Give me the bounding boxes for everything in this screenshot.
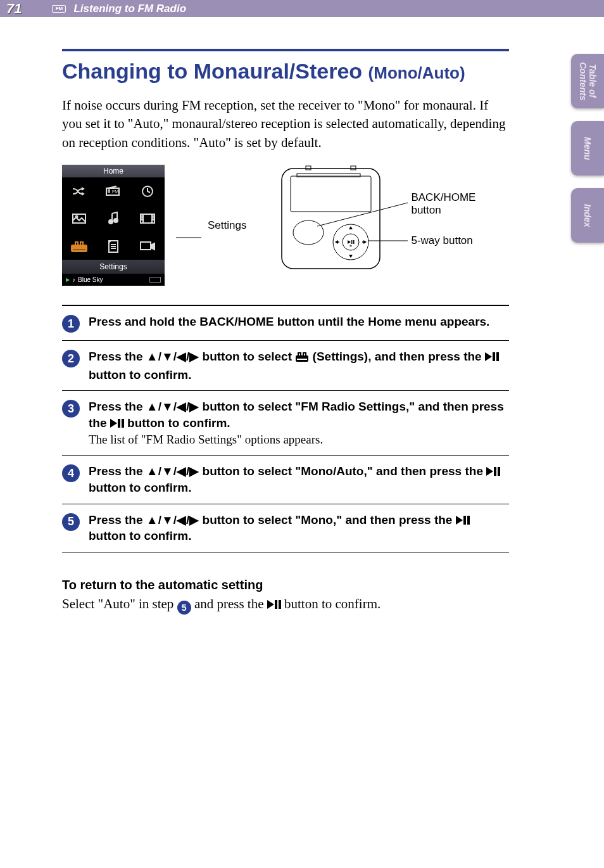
svg-point-16 xyxy=(293,220,324,245)
svg-rect-12 xyxy=(141,242,151,250)
svg-rect-26 xyxy=(351,166,356,170)
step-badge-5: 5 xyxy=(62,513,80,531)
note-icon: ♪ xyxy=(72,276,75,283)
nowplaying-icon xyxy=(130,233,165,260)
svg-rect-24 xyxy=(306,166,311,170)
step-2-pre: Press the xyxy=(89,350,146,363)
settings-callout-label: Settings xyxy=(208,219,246,232)
now-playing-title: Blue Sky xyxy=(78,276,103,283)
svg-point-22 xyxy=(338,241,339,243)
svg-rect-20 xyxy=(353,240,355,244)
music-icon xyxy=(96,205,130,233)
device-home-screen: Home FM Settings ▶ ♪ Blue Sky xyxy=(62,165,165,286)
video-icon xyxy=(130,205,165,233)
step-5: 5 Press the ▲/▼/◀/▶ button to select "Mo… xyxy=(62,504,509,552)
device-now-playing: ▶ ♪ Blue Sky xyxy=(62,274,165,286)
device-icon-grid: FM xyxy=(62,177,165,260)
five-way-callout: 5-way button xyxy=(411,234,487,247)
fm-icon: FM xyxy=(52,5,66,13)
step-2-arrows: ▲/▼/◀/▶ xyxy=(146,350,199,363)
step-2: 2 Press the ▲/▼/◀/▶ button to select (Se… xyxy=(62,340,509,390)
step-badge-4: 4 xyxy=(62,464,80,482)
step-2-after-icon: (Settings), and then press the xyxy=(309,350,485,363)
svg-rect-15 xyxy=(291,176,371,212)
step-3-note: The list of "FM Radio Settings" options … xyxy=(89,433,323,446)
device-settings-label: Settings xyxy=(62,260,165,274)
step-4-arrows: ▲/▼/◀/▶ xyxy=(146,464,199,478)
svg-rect-19 xyxy=(351,240,353,244)
play-pause-icon xyxy=(110,419,124,428)
svg-point-23 xyxy=(362,241,363,243)
step-badge-2: 2 xyxy=(62,350,80,367)
side-tab-menu[interactable]: Menu xyxy=(571,121,604,176)
svg-rect-10 xyxy=(73,249,85,250)
settings-icon xyxy=(62,233,96,260)
svg-rect-14 xyxy=(282,169,380,269)
intro-paragraph: If noise occurs during FM reception, set… xyxy=(62,96,509,152)
step-5-pre: Press the xyxy=(89,513,146,527)
steps-end-rule xyxy=(62,552,509,552)
step-badge-1: 1 xyxy=(62,315,80,333)
svg-rect-9 xyxy=(72,245,87,252)
return-mid: and press the xyxy=(191,596,267,611)
play-pause-icon xyxy=(456,516,470,525)
photo-icon xyxy=(62,205,96,233)
shuffle-icon xyxy=(62,177,96,205)
step-3-pre: Press the xyxy=(89,400,146,413)
device-home-bar: Home xyxy=(62,165,165,177)
battery-icon xyxy=(149,277,161,283)
page-header: 71 FM Listening to FM Radio xyxy=(0,0,604,17)
back-home-callout: BACK/HOME button xyxy=(411,191,487,216)
side-tab-index[interactable]: Index xyxy=(571,188,604,243)
return-text: Select "Auto" in step 5 and press the bu… xyxy=(62,596,509,615)
svg-line-27 xyxy=(317,203,408,226)
step-3-tail: button to confirm. xyxy=(124,416,230,430)
figures-row: Home FM Settings ▶ ♪ Blue Sky xyxy=(62,165,509,286)
playlist-icon xyxy=(96,233,130,260)
svg-rect-30 xyxy=(297,359,307,360)
step-5-tail: button to confirm. xyxy=(89,529,192,542)
step-4-tail: button to confirm. xyxy=(89,481,192,494)
step-3: 3 Press the ▲/▼/◀/▶ button to select "FM… xyxy=(62,390,509,455)
svg-point-3 xyxy=(76,216,78,218)
fm-radio-icon: FM xyxy=(96,177,130,205)
play-pause-icon xyxy=(267,600,281,609)
title-main: Changing to Monaural/Stereo xyxy=(62,59,368,83)
settings-leader-line xyxy=(176,165,201,285)
step-2-mid: button to select xyxy=(199,350,295,363)
title-rule xyxy=(62,49,509,51)
return-post: button to confirm. xyxy=(281,596,381,611)
play-pause-icon xyxy=(486,467,500,476)
step-4-mid: button to select "Mono/Auto," and then p… xyxy=(199,464,486,478)
svg-point-5 xyxy=(114,219,118,222)
return-heading: To return to the automatic setting xyxy=(62,578,509,592)
return-badge: 5 xyxy=(177,601,191,615)
step-2-tail: button to confirm. xyxy=(89,368,192,381)
step-4: 4 Press the ▲/▼/◀/▶ button to select "Mo… xyxy=(62,455,509,503)
toolbox-icon xyxy=(295,350,309,367)
play-indicator-icon: ▶ xyxy=(66,277,70,283)
side-tabs: Table of Contents Menu Index xyxy=(571,54,604,243)
step-1-text: Press and hold the BACK/HOME button unti… xyxy=(89,315,489,328)
step-badge-3: 3 xyxy=(62,400,80,418)
svg-text:FM: FM xyxy=(112,189,118,194)
return-pre: Select "Auto" in step xyxy=(62,596,177,611)
chapter-title: Listening to FM Radio xyxy=(73,3,186,15)
side-tab-toc[interactable]: Table of Contents xyxy=(571,54,604,108)
step-3-arrows: ▲/▼/◀/▶ xyxy=(146,400,199,413)
step-4-pre: Press the xyxy=(89,464,146,478)
step-5-arrows: ▲/▼/◀/▶ xyxy=(146,513,199,527)
play-pause-icon xyxy=(485,352,499,361)
title-subtitle: (Mono/Auto) xyxy=(368,63,465,82)
svg-point-4 xyxy=(109,220,113,224)
page-number: 71 xyxy=(6,1,22,17)
step-5-mid: button to select "Mono," and then press … xyxy=(199,513,455,527)
clock-icon xyxy=(130,177,165,205)
svg-point-21 xyxy=(350,245,351,246)
page-content: Changing to Monaural/Stereo (Mono/Auto) … xyxy=(0,17,604,640)
page-title: Changing to Monaural/Stereo (Mono/Auto) xyxy=(62,59,509,84)
step-1: 1 Press and hold the BACK/HOME button un… xyxy=(62,305,509,340)
player-diagram: BACK/HOME button 5-way button xyxy=(278,165,408,272)
